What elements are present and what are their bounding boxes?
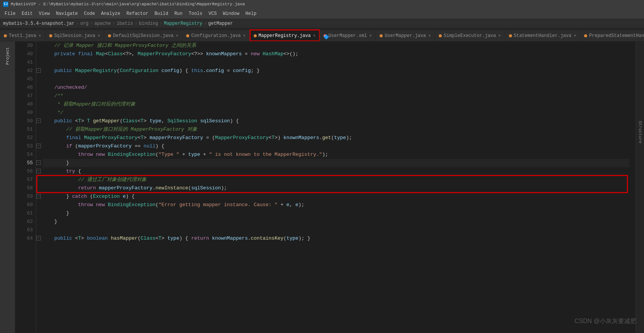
tab-close-sqlsession[interactable]: × xyxy=(98,34,100,38)
line-number: 59 xyxy=(18,192,33,201)
code-line: */ xyxy=(42,109,630,117)
tab-usermapper[interactable]: UserMapper.java × xyxy=(376,30,435,41)
tab-dot-sqlsession xyxy=(49,34,52,37)
breadcrumb-mapperregistry[interactable]: MapperRegistry xyxy=(164,21,203,26)
menu-tools[interactable]: Tools xyxy=(186,10,206,17)
right-sidebar: Structure xyxy=(636,42,644,333)
menu-help[interactable]: Help xyxy=(242,10,259,17)
code-line xyxy=(42,226,630,234)
line-number: 40 xyxy=(18,50,33,58)
menu-code[interactable]: Code xyxy=(81,10,98,17)
tab-close-usermapper[interactable]: × xyxy=(428,34,431,38)
code-line: throw new BindingException("Type " + typ… xyxy=(42,150,630,159)
app-icon: IJ xyxy=(3,2,8,7)
tab-label-defaultsqlsession: DefaultSqlSession.java xyxy=(113,33,173,38)
tab-close-configuration[interactable]: × xyxy=(243,34,246,38)
tab-simpleexecutor[interactable]: SimpleExecutor.java × xyxy=(435,30,505,41)
menu-navigate[interactable]: Navigate xyxy=(53,10,81,17)
line-number: 45 xyxy=(18,75,33,83)
tab-label-sqlsession: SqlSession.java xyxy=(54,33,95,38)
menu-file[interactable]: File xyxy=(2,10,19,17)
tab-dot-usermapperxml: 🔷 xyxy=(324,34,327,37)
code-line: − public <T> boolean hasMapper(Class<T> … xyxy=(42,234,630,243)
line-number: 39 xyxy=(18,42,33,50)
tab-dot-simpleexecutor xyxy=(439,34,442,37)
line-number: 53 xyxy=(18,142,33,150)
breadcrumb-binding[interactable]: binding xyxy=(139,21,158,26)
code-line: // 获取Mapper接口对应的 MapperProxyFactory 对象 xyxy=(42,125,630,134)
line-number: 52 xyxy=(18,134,33,142)
fold-icon[interactable]: − xyxy=(36,236,41,240)
code-line: − } xyxy=(42,159,630,167)
code-line: − if (mapperProxyFactory == null) { xyxy=(42,142,630,150)
line-number: 55 xyxy=(18,159,33,167)
tab-preparedstatementhandler[interactable]: PreparedStatementHandler.java × xyxy=(580,30,644,41)
code-line: final MapperProxyFactory<T> mapperProxyF… xyxy=(42,134,630,142)
fold-icon[interactable]: − xyxy=(36,169,41,173)
title-bar: IJ MyBatisVIP - E:\MyBatis\mybatis-3\src… xyxy=(0,0,644,8)
tab-dot-preparedstatementhandler xyxy=(584,34,587,37)
fold-icon[interactable]: − xyxy=(36,160,41,165)
code-editor[interactable]: 3940414245464748495051525354555657585960… xyxy=(15,42,636,333)
line-number: 49 xyxy=(18,109,33,117)
tab-label-usermapper: UserMapper.java xyxy=(385,33,426,38)
menu-view[interactable]: View xyxy=(36,10,53,17)
menu-window[interactable]: Window xyxy=(220,10,242,17)
line-number: 62 xyxy=(18,218,33,226)
editor-area: Project 39404142454647484950515253545556… xyxy=(0,42,644,333)
tab-close-simpleexecutor[interactable]: × xyxy=(498,34,501,38)
code-line: // 通过工厂对象创建代理对象 xyxy=(42,176,630,184)
tab-dot-statementhandler xyxy=(509,34,512,37)
menu-vcs[interactable]: VCS xyxy=(206,10,220,17)
code-line: − } catch (Exception e) { xyxy=(42,192,630,201)
structure-tab[interactable]: Structure xyxy=(638,118,642,146)
tab-label-configuration: Configuration.java xyxy=(191,33,241,38)
tab-label-test1: Test1.java xyxy=(9,33,36,38)
code-line: return mapperProxyFactory.newInstance(sq… xyxy=(42,184,630,192)
code-line: } xyxy=(42,218,630,226)
fold-icon[interactable]: − xyxy=(36,194,41,199)
breadcrumb-apache[interactable]: apache xyxy=(94,21,111,26)
tab-label-simpleexecutor: SimpleExecutor.java xyxy=(444,33,496,38)
tab-close-statementhandler[interactable]: × xyxy=(574,34,576,38)
breadcrumb-jar[interactable]: mybatis-3.5.4-snapshot.jar xyxy=(3,21,74,26)
code-line: } xyxy=(42,209,630,218)
fold-icon[interactable]: − xyxy=(36,118,41,123)
menu-bar: File Edit View Navigate Code Analyze Ref… xyxy=(0,8,644,19)
tab-sqlsession[interactable]: SqlSession.java × xyxy=(45,30,105,41)
menu-build[interactable]: Build xyxy=(151,10,171,17)
tab-close-usermapperxml[interactable]: × xyxy=(369,34,372,38)
tab-close-mapperregistry[interactable]: × xyxy=(313,34,316,38)
code-line xyxy=(42,75,630,83)
line-number: 63 xyxy=(18,226,33,234)
fold-icon[interactable]: − xyxy=(36,144,41,148)
breadcrumb-ibatis[interactable]: ibatis xyxy=(117,21,133,26)
tab-defaultsqlsession[interactable]: DefaultSqlSession.java × xyxy=(104,30,182,41)
tab-close-test1[interactable]: × xyxy=(39,34,41,38)
menu-edit[interactable]: Edit xyxy=(19,10,36,17)
tab-dot-configuration xyxy=(186,34,189,37)
tab-mapperregistry[interactable]: MapperRegistry.java × xyxy=(250,30,320,41)
code-line: − try { xyxy=(42,167,630,176)
tab-close-defaultsqlsession[interactable]: × xyxy=(176,34,179,38)
tab-statementhandler[interactable]: StatementHandler.java × xyxy=(505,30,581,41)
tab-configuration[interactable]: Configuration.java × xyxy=(182,30,250,41)
tab-label-statementhandler: StatementHandler.java xyxy=(514,33,572,38)
line-number: 58 xyxy=(18,184,33,192)
sidebar-project-icon[interactable]: Project xyxy=(4,45,11,67)
code-line: * 获取Mapper接口对应的代理对象 xyxy=(42,100,630,109)
line-number: 42 xyxy=(18,67,33,75)
menu-refactor[interactable]: Refactor xyxy=(123,10,151,17)
tab-test1[interactable]: Test1.java × xyxy=(0,30,45,41)
fold-icon[interactable]: − xyxy=(36,68,41,73)
code-line: /** xyxy=(42,92,630,100)
menu-analyze[interactable]: Analyze xyxy=(98,10,123,17)
breadcrumb-org[interactable]: org xyxy=(80,21,89,26)
line-number: 60 xyxy=(18,201,33,209)
menu-run[interactable]: Run xyxy=(171,10,186,17)
breadcrumb-getmapper[interactable]: getMapper xyxy=(208,21,233,26)
tab-usermapperxml[interactable]: 🔷 UserMapper.xml × xyxy=(320,30,376,41)
tab-bar: Test1.java × SqlSession.java × DefaultSq… xyxy=(0,28,644,42)
code-content[interactable]: // 记录 Mapper 接口和 MapperProxyFactory 之间的关… xyxy=(36,42,636,333)
line-number: 46 xyxy=(18,83,33,92)
